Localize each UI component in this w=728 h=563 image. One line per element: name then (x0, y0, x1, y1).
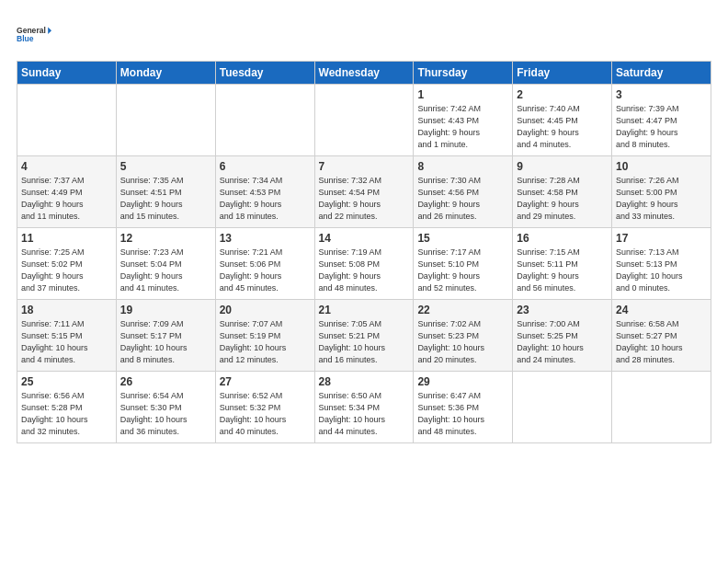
day-info: Sunrise: 7:11 AM Sunset: 5:15 PM Dayligh… (21, 318, 112, 366)
calendar-week-row: 4Sunrise: 7:37 AM Sunset: 4:49 PM Daylig… (17, 156, 711, 228)
day-number: 3 (616, 88, 707, 101)
day-number: 25 (21, 375, 112, 388)
calendar-cell: 23Sunrise: 7:00 AM Sunset: 5:25 PM Dayli… (513, 300, 612, 372)
calendar-cell: 11Sunrise: 7:25 AM Sunset: 5:02 PM Dayli… (17, 228, 117, 300)
calendar-cell: 24Sunrise: 6:58 AM Sunset: 5:27 PM Dayli… (612, 300, 711, 372)
day-number: 9 (517, 160, 608, 173)
day-number: 4 (21, 160, 112, 173)
day-number: 8 (417, 160, 508, 173)
calendar-cell: 16Sunrise: 7:15 AM Sunset: 5:11 PM Dayli… (513, 228, 612, 300)
day-number: 26 (120, 375, 211, 388)
calendar-day-header: Friday (513, 62, 612, 85)
day-info: Sunrise: 6:47 AM Sunset: 5:36 PM Dayligh… (417, 390, 508, 438)
calendar-cell: 19Sunrise: 7:09 AM Sunset: 5:17 PM Dayli… (116, 300, 215, 372)
day-number: 24 (616, 304, 707, 316)
calendar-cell: 28Sunrise: 6:50 AM Sunset: 5:34 PM Dayli… (314, 372, 414, 443)
day-info: Sunrise: 7:17 AM Sunset: 5:10 PM Dayligh… (417, 247, 508, 294)
day-info: Sunrise: 7:21 AM Sunset: 5:06 PM Dayligh… (220, 247, 311, 294)
calendar-cell: 26Sunrise: 6:54 AM Sunset: 5:30 PM Dayli… (116, 372, 215, 443)
day-number: 6 (220, 160, 311, 173)
day-info: Sunrise: 7:19 AM Sunset: 5:08 PM Dayligh… (319, 247, 410, 294)
calendar-cell: 18Sunrise: 7:11 AM Sunset: 5:15 PM Dayli… (17, 300, 117, 372)
calendar-cell (17, 85, 117, 156)
day-number: 1 (417, 88, 508, 101)
calendar-cell (612, 372, 711, 443)
calendar-header-row: SundayMondayTuesdayWednesdayThursdayFrid… (17, 62, 711, 85)
day-number: 5 (120, 160, 211, 173)
calendar-cell: 17Sunrise: 7:13 AM Sunset: 5:13 PM Dayli… (612, 228, 711, 300)
logo: General Blue (17, 17, 51, 52)
day-info: Sunrise: 7:13 AM Sunset: 5:13 PM Dayligh… (616, 247, 707, 294)
calendar-cell (116, 85, 215, 156)
day-info: Sunrise: 6:50 AM Sunset: 5:34 PM Dayligh… (319, 390, 410, 438)
day-info: Sunrise: 7:34 AM Sunset: 4:53 PM Dayligh… (220, 175, 311, 223)
day-info: Sunrise: 7:07 AM Sunset: 5:19 PM Dayligh… (220, 318, 311, 366)
day-info: Sunrise: 7:23 AM Sunset: 5:04 PM Dayligh… (120, 247, 211, 294)
day-number: 15 (417, 232, 508, 245)
calendar-cell: 10Sunrise: 7:26 AM Sunset: 5:00 PM Dayli… (612, 156, 711, 228)
calendar-cell (513, 372, 612, 443)
calendar-cell: 27Sunrise: 6:52 AM Sunset: 5:32 PM Dayli… (215, 372, 314, 443)
calendar-week-row: 1Sunrise: 7:42 AM Sunset: 4:43 PM Daylig… (17, 85, 711, 156)
day-info: Sunrise: 7:25 AM Sunset: 5:02 PM Dayligh… (21, 247, 112, 294)
day-info: Sunrise: 7:37 AM Sunset: 4:49 PM Dayligh… (21, 175, 112, 223)
calendar-day-header: Monday (116, 62, 215, 85)
day-number: 27 (220, 375, 311, 388)
day-info: Sunrise: 6:58 AM Sunset: 5:27 PM Dayligh… (616, 318, 707, 366)
calendar-cell: 15Sunrise: 7:17 AM Sunset: 5:10 PM Dayli… (414, 228, 513, 300)
day-info: Sunrise: 7:35 AM Sunset: 4:51 PM Dayligh… (120, 175, 211, 223)
calendar-cell: 6Sunrise: 7:34 AM Sunset: 4:53 PM Daylig… (215, 156, 314, 228)
svg-text:Blue: Blue (17, 34, 34, 43)
day-info: Sunrise: 6:52 AM Sunset: 5:32 PM Dayligh… (220, 390, 311, 438)
calendar-week-row: 25Sunrise: 6:56 AM Sunset: 5:28 PM Dayli… (17, 372, 711, 443)
day-info: Sunrise: 7:42 AM Sunset: 4:43 PM Dayligh… (417, 103, 508, 151)
day-number: 19 (120, 304, 211, 316)
day-info: Sunrise: 7:26 AM Sunset: 5:00 PM Dayligh… (616, 175, 707, 223)
day-info: Sunrise: 6:54 AM Sunset: 5:30 PM Dayligh… (120, 390, 211, 438)
calendar-day-header: Saturday (612, 62, 711, 85)
day-number: 13 (220, 232, 311, 245)
day-info: Sunrise: 6:56 AM Sunset: 5:28 PM Dayligh… (21, 390, 112, 438)
day-info: Sunrise: 7:40 AM Sunset: 4:45 PM Dayligh… (517, 103, 608, 151)
calendar-day-header: Wednesday (314, 62, 414, 85)
day-info: Sunrise: 7:15 AM Sunset: 5:11 PM Dayligh… (517, 247, 608, 294)
calendar-cell: 20Sunrise: 7:07 AM Sunset: 5:19 PM Dayli… (215, 300, 314, 372)
logo-svg: General Blue (17, 17, 51, 52)
calendar-cell: 22Sunrise: 7:02 AM Sunset: 5:23 PM Dayli… (414, 300, 513, 372)
calendar-cell: 2Sunrise: 7:40 AM Sunset: 4:45 PM Daylig… (513, 85, 612, 156)
day-number: 10 (616, 160, 707, 173)
calendar-cell: 9Sunrise: 7:28 AM Sunset: 4:58 PM Daylig… (513, 156, 612, 228)
day-number: 29 (417, 375, 508, 388)
day-info: Sunrise: 7:32 AM Sunset: 4:54 PM Dayligh… (319, 175, 410, 223)
day-number: 28 (319, 375, 410, 388)
day-info: Sunrise: 7:09 AM Sunset: 5:17 PM Dayligh… (120, 318, 211, 366)
calendar-cell: 1Sunrise: 7:42 AM Sunset: 4:43 PM Daylig… (414, 85, 513, 156)
calendar-cell: 8Sunrise: 7:30 AM Sunset: 4:56 PM Daylig… (414, 156, 513, 228)
day-number: 22 (417, 304, 508, 316)
calendar-cell: 5Sunrise: 7:35 AM Sunset: 4:51 PM Daylig… (116, 156, 215, 228)
day-info: Sunrise: 7:02 AM Sunset: 5:23 PM Dayligh… (417, 318, 508, 366)
calendar-week-row: 11Sunrise: 7:25 AM Sunset: 5:02 PM Dayli… (17, 228, 711, 300)
calendar-cell: 4Sunrise: 7:37 AM Sunset: 4:49 PM Daylig… (17, 156, 117, 228)
day-number: 7 (319, 160, 410, 173)
svg-marker-2 (48, 27, 51, 34)
day-number: 18 (21, 304, 112, 316)
day-number: 16 (517, 232, 608, 245)
calendar-day-header: Tuesday (215, 62, 314, 85)
day-number: 20 (220, 304, 311, 316)
calendar-table: SundayMondayTuesdayWednesdayThursdayFrid… (17, 61, 711, 443)
page: General Blue SundayMondayTuesdayWednesda… (0, 0, 728, 453)
calendar-cell (314, 85, 414, 156)
day-number: 12 (120, 232, 211, 245)
calendar-cell: 14Sunrise: 7:19 AM Sunset: 5:08 PM Dayli… (314, 228, 414, 300)
calendar-cell (215, 85, 314, 156)
day-info: Sunrise: 7:00 AM Sunset: 5:25 PM Dayligh… (517, 318, 608, 366)
day-number: 17 (616, 232, 707, 245)
day-info: Sunrise: 7:30 AM Sunset: 4:56 PM Dayligh… (417, 175, 508, 223)
day-number: 23 (517, 304, 608, 316)
day-info: Sunrise: 7:39 AM Sunset: 4:47 PM Dayligh… (616, 103, 707, 151)
day-number: 21 (319, 304, 410, 316)
header: General Blue (17, 17, 711, 52)
calendar-cell: 25Sunrise: 6:56 AM Sunset: 5:28 PM Dayli… (17, 372, 117, 443)
calendar-cell: 12Sunrise: 7:23 AM Sunset: 5:04 PM Dayli… (116, 228, 215, 300)
